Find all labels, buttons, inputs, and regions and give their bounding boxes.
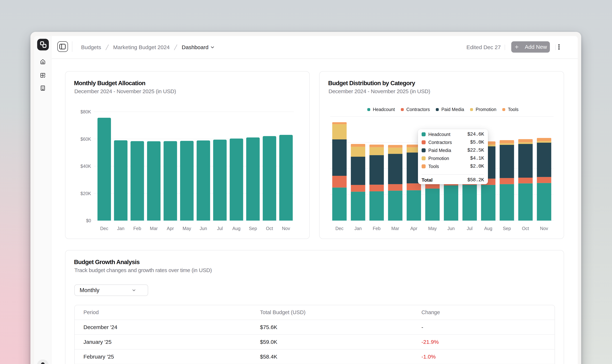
svg-text:$40K: $40K	[81, 164, 91, 169]
svg-text:Jun: Jun	[447, 226, 455, 231]
svg-text:Mar: Mar	[391, 226, 399, 231]
svg-text:Jun: Jun	[200, 226, 207, 231]
svg-text:Sep: Sep	[503, 226, 511, 231]
svg-text:Jan: Jan	[354, 226, 362, 231]
svg-text:Jul: Jul	[217, 226, 223, 231]
svg-text:Aug: Aug	[484, 226, 492, 231]
svg-text:Jul: Jul	[467, 226, 473, 231]
svg-text:Apr: Apr	[167, 226, 174, 231]
svg-text:Mar: Mar	[150, 226, 158, 231]
svg-text:$20K: $20K	[81, 191, 91, 196]
svg-text:Nov: Nov	[540, 226, 548, 231]
svg-text:Apr: Apr	[410, 226, 417, 231]
svg-text:Feb: Feb	[373, 226, 381, 231]
svg-text:$0: $0	[86, 218, 91, 223]
svg-text:Sep: Sep	[249, 226, 257, 231]
svg-text:Nov: Nov	[282, 226, 290, 231]
svg-text:$80K: $80K	[81, 109, 91, 114]
svg-text:Aug: Aug	[232, 226, 240, 231]
svg-text:$60K: $60K	[81, 136, 91, 142]
svg-text:Feb: Feb	[133, 226, 141, 231]
svg-text:Dec: Dec	[100, 226, 108, 231]
svg-text:Dec: Dec	[335, 226, 343, 231]
svg-text:May: May	[428, 226, 437, 231]
svg-text:May: May	[183, 226, 191, 231]
svg-text:Oct: Oct	[522, 226, 529, 231]
svg-text:Oct: Oct	[266, 226, 273, 231]
svg-text:Jan: Jan	[117, 226, 124, 231]
